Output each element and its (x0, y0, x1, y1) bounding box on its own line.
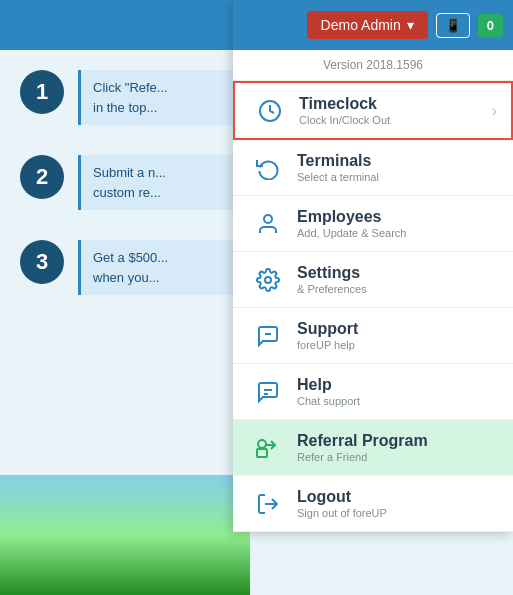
clock-icon (255, 96, 285, 126)
timeclock-chevron: › (492, 102, 497, 120)
menu-item-settings[interactable]: Settings & Preferences (233, 252, 513, 308)
svg-point-1 (264, 215, 272, 223)
employees-subtitle: Add, Update & Search (297, 227, 406, 239)
phone-icon: 📱 (445, 18, 461, 33)
settings-title: Settings (297, 264, 367, 282)
help-text: Help Chat support (297, 376, 360, 407)
referral-text: Referral Program Refer a Friend (297, 432, 428, 463)
terminals-text: Terminals Select a terminal (297, 152, 379, 183)
support-subtitle: foreUP help (297, 339, 358, 351)
referral-icon (253, 433, 283, 463)
terminals-subtitle: Select a terminal (297, 171, 379, 183)
terminals-icon (253, 153, 283, 183)
menu-item-employees[interactable]: Employees Add, Update & Search (233, 196, 513, 252)
step-3-circle: 3 (20, 240, 64, 284)
version-row: Version 2018.1596 (233, 50, 513, 81)
logout-subtitle: Sign out of foreUP (297, 507, 387, 519)
menu-item-timeclock[interactable]: Timeclock Clock In/Clock Out › (233, 81, 513, 140)
support-title: Support (297, 320, 358, 338)
svg-point-7 (258, 440, 266, 448)
help-icon (253, 377, 283, 407)
logout-text: Logout Sign out of foreUP (297, 488, 387, 519)
terminals-title: Terminals (297, 152, 379, 170)
step-3-text: Get a $500...when you... (78, 240, 238, 295)
phone-icon-button[interactable]: 📱 (436, 13, 470, 38)
step-2-circle: 2 (20, 155, 64, 199)
timeclock-text: Timeclock Clock In/Clock Out (299, 95, 390, 126)
menu-item-logout[interactable]: Logout Sign out of foreUP (233, 476, 513, 532)
employees-title: Employees (297, 208, 406, 226)
employees-text: Employees Add, Update & Search (297, 208, 406, 239)
menu-item-terminals[interactable]: Terminals Select a terminal (233, 140, 513, 196)
help-title: Help (297, 376, 360, 394)
menu-item-referral[interactable]: Referral Program Refer a Friend (233, 420, 513, 476)
settings-icon (253, 265, 283, 295)
step-1-circle: 1 (20, 70, 64, 114)
referral-subtitle: Refer a Friend (297, 451, 428, 463)
badge-count: 0 (487, 18, 494, 33)
step-2-text: Submit a n...custom re... (78, 155, 238, 210)
help-subtitle: Chat support (297, 395, 360, 407)
support-text: Support foreUP help (297, 320, 358, 351)
timeclock-subtitle: Clock In/Clock Out (299, 114, 390, 126)
golf-course-bg (0, 475, 250, 595)
dropdown-header: Demo Admin ▾ 📱 0 (233, 0, 513, 50)
admin-dropdown-button[interactable]: Demo Admin ▾ (307, 11, 428, 39)
svg-rect-6 (257, 449, 267, 457)
admin-label: Demo Admin (321, 17, 401, 33)
referral-title: Referral Program (297, 432, 428, 450)
logout-icon (253, 489, 283, 519)
menu-item-help[interactable]: Help Chat support (233, 364, 513, 420)
badge-button[interactable]: 0 (478, 14, 503, 37)
svg-point-2 (265, 277, 271, 283)
step-1-text: Click "Refe...in the top... (78, 70, 238, 125)
dropdown-menu: Demo Admin ▾ 📱 0 Version 2018.1596 Timec… (233, 0, 513, 532)
logout-title: Logout (297, 488, 387, 506)
dropdown-arrow: ▾ (407, 17, 414, 33)
settings-subtitle: & Preferences (297, 283, 367, 295)
timeclock-title: Timeclock (299, 95, 390, 113)
menu-item-support[interactable]: Support foreUP help (233, 308, 513, 364)
employees-icon (253, 209, 283, 239)
support-icon (253, 321, 283, 351)
settings-text: Settings & Preferences (297, 264, 367, 295)
version-text: Version 2018.1596 (323, 58, 423, 72)
